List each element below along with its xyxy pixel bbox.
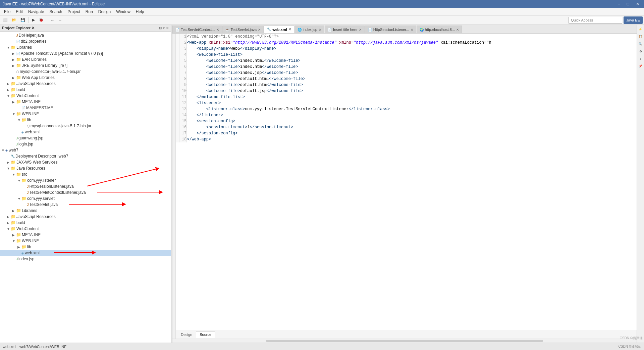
bottom-tab-design[interactable]: Design	[177, 331, 196, 338]
right-btn-1[interactable]: ⚡	[638, 26, 644, 32]
editor-tab-inserttitle[interactable]: 📄Insert title here✕	[325, 26, 365, 33]
tree-item-web7lib[interactable]: ▶ 📁 lib	[0, 244, 171, 250]
code-line[interactable]: <welcome-file>index.jsp</welcome-file>	[187, 70, 637, 76]
editor-tab-indexjsp[interactable]: 🌐index.jsp✕	[294, 26, 324, 33]
code-line[interactable]: <welcome-file>default.jsp</welcome-file>	[187, 88, 637, 94]
tree-item-web7build[interactable]: ▶ 📁 build	[0, 220, 171, 226]
tab-close-webxml[interactable]: ✕	[288, 28, 291, 31]
editor-tab-testservletcontext[interactable]: 📄TestServletContext...✕	[172, 26, 222, 33]
tree-item-webxml[interactable]: ◈ web.xml	[0, 129, 171, 135]
close-button[interactable]: ✕	[634, 1, 641, 7]
tree-item-dbhelper[interactable]: J DbHelper.java	[0, 32, 171, 38]
tree-item-webcontent[interactable]: ▼ 📁 WebContent	[0, 93, 171, 99]
tree-item-indexjsp[interactable]: J index.jsp	[0, 256, 171, 262]
code-line[interactable]: <welcome-file>index.htm</welcome-file>	[187, 64, 637, 70]
code-line[interactable]: </session-config>	[187, 130, 637, 136]
code-line[interactable]: </listener>	[187, 112, 637, 118]
toolbar-open[interactable]: 📂	[10, 17, 18, 23]
code-line[interactable]: <welcome-file>default.htm</welcome-file>	[187, 82, 637, 88]
code-line[interactable]: <welcome-file>index.html</welcome-file>	[187, 58, 637, 64]
tree-item-web7jsres[interactable]: ▶ 📁 JavaScript Resources	[0, 214, 171, 220]
code-line[interactable]: <session-config>	[187, 118, 637, 124]
tree-item-jsresources[interactable]: ▶ 📁 JavaScript Resources	[0, 81, 171, 87]
tree-item-web7[interactable]: ▼ ◈ web7	[0, 147, 171, 153]
code-line[interactable]: <listener-class>com.yyy.listener.TestSer…	[187, 106, 637, 112]
tab-close-localhost[interactable]: ✕	[456, 28, 459, 32]
code-line[interactable]: </welcome-file-list>	[187, 94, 637, 100]
menu-item-navigate[interactable]: Navigate	[25, 9, 47, 15]
quick-access-input[interactable]	[569, 17, 622, 24]
bottom-tab-source[interactable]: Source	[196, 331, 215, 338]
right-btn-6[interactable]: 📌	[638, 63, 644, 69]
menu-item-help[interactable]: Help	[133, 9, 147, 15]
right-btn-2[interactable]: 📋	[638, 34, 644, 40]
toolbar-debug[interactable]: 🐞	[37, 17, 45, 23]
tree-item-web7libs[interactable]: ▶ 📁 Libraries	[0, 208, 171, 214]
menu-item-file[interactable]: File	[1, 9, 13, 15]
tree-item-db2props[interactable]: 📄 db2.properties	[0, 38, 171, 44]
tree-item-guanwang[interactable]: J guanwang.jsp	[0, 135, 171, 141]
explorer-menu-btn[interactable]: ▾	[163, 26, 165, 30]
menu-item-search[interactable]: Search	[47, 9, 65, 15]
right-btn-3[interactable]: 🔍	[638, 41, 644, 47]
editor-tab-testservlet[interactable]: ☕TestServlet.java✕	[222, 26, 264, 33]
tab-close-testservletcontext[interactable]: ✕	[216, 28, 219, 32]
tab-close-indexjsp[interactable]: ✕	[319, 28, 321, 32]
tree-item-deployment[interactable]: 🔧 Deployment Descriptor: web7	[0, 153, 171, 159]
menu-item-edit[interactable]: Edit	[13, 9, 25, 15]
tree-item-comyyyservlet[interactable]: ▼ 📁 com.yyy.servlet	[0, 195, 171, 202]
tree-item-jaxws[interactable]: ▶ 📁 JAX-WS Web Services	[0, 159, 171, 165]
code-line[interactable]: <display-name>web5</display-name>	[187, 46, 637, 52]
code-line[interactable]: <listener>	[187, 100, 637, 106]
tree-item-jre[interactable]: ▶ 📁 JRE System Library [jre7]	[0, 62, 171, 69]
java-ee-button[interactable]: Java EE	[624, 16, 643, 24]
tree-item-webinf[interactable]: ▼ 📁 WEB-INF	[0, 111, 171, 117]
tree-item-login[interactable]: J login.jsp	[0, 141, 171, 147]
maximize-button[interactable]: □	[625, 1, 631, 7]
tree-item-mysql[interactable]: ⬡ mysql-connector-java-5.1.7-bin.jar	[0, 69, 171, 75]
tree-item-earlibs[interactable]: ▶ 📁 EAR Libraries	[0, 56, 171, 62]
tree-item-comyyylistener[interactable]: ▼ 📁 com.yyy.listener	[0, 177, 171, 183]
menu-item-project[interactable]: Project	[65, 9, 83, 15]
editor-tab-webxml[interactable]: 🔧web.xml✕	[264, 26, 294, 33]
tab-close-testservlet[interactable]: ✕	[258, 28, 261, 32]
explorer-collapse-btn[interactable]: ⊟	[159, 26, 162, 30]
code-line[interactable]: <welcome-file>default.html</welcome-file…	[187, 76, 637, 82]
toolbar-new[interactable]: ⬜	[1, 17, 9, 23]
menu-item-window[interactable]: Window	[113, 9, 133, 15]
editor-tab-httpsession[interactable]: 📄HttpSessionListener...✕	[365, 26, 416, 33]
right-btn-5[interactable]: ↕	[638, 56, 644, 62]
menu-item-design[interactable]: Design	[96, 9, 113, 15]
tree-item-web7webxml[interactable]: ◈ web.xml	[0, 250, 171, 256]
right-btn-4[interactable]: ⚙	[638, 48, 644, 54]
menu-item-run[interactable]: Run	[83, 9, 96, 15]
tree-item-metainf[interactable]: ▶ 📁 META-INF	[0, 99, 171, 105]
tree-item-lib[interactable]: ▼ 📁 lib	[0, 117, 171, 123]
code-line[interactable]: <?xml version="1.0" encoding="UTF-8"?>	[187, 34, 637, 40]
code-content[interactable]: 1 <?xml version="1.0" encoding="UTF-8"?>…	[176, 34, 637, 330]
tree-item-mysqljar[interactable]: ⬡ mysql-connector-java-5.1.7-bin.jar	[0, 123, 171, 129]
explorer-close-btn[interactable]: ✕	[166, 26, 169, 30]
tree-item-testservlet[interactable]: J TestServlet.java	[0, 202, 171, 208]
tree-item-webapplibs[interactable]: ▶ 📁 Web App Libraries	[0, 75, 171, 81]
tree-item-src[interactable]: ▼ 📁 src	[0, 171, 171, 177]
tree-item-javares[interactable]: ▼ 📁 Java Resources	[0, 165, 171, 171]
minimize-button[interactable]: −	[616, 1, 622, 7]
toolbar-forward[interactable]: →	[57, 17, 64, 23]
tab-close-httpsession[interactable]: ✕	[411, 28, 413, 32]
tree-item-web7metainf[interactable]: ▶ 📁 META-INF	[0, 232, 171, 238]
code-line[interactable]: <session-timeout>1</session-timeout>	[187, 124, 637, 130]
tree-item-web7webcontent[interactable]: ▼ 📁 WebContent	[0, 226, 171, 232]
toolbar-run[interactable]: ▶	[31, 17, 37, 23]
editor-tab-localhost[interactable]: 🌍http://localhost:8...✕	[417, 26, 462, 33]
toolbar-save[interactable]: 💾	[19, 17, 27, 23]
tree-item-web7webinf[interactable]: ▼ 📁 WEB-INF	[0, 238, 171, 244]
toolbar-back[interactable]: ←	[49, 17, 56, 23]
tree-item-httpsessionlistener[interactable]: J HttpSessionListener.java	[0, 183, 171, 189]
tree-item-manifest[interactable]: 📄 MANIFEST.MF	[0, 105, 171, 111]
tree-item-build[interactable]: ▶ 📁 build	[0, 87, 171, 93]
tab-close-inserttitle[interactable]: ✕	[359, 28, 362, 32]
code-line[interactable]: </web-app>	[187, 136, 637, 142]
tree-item-tomcat[interactable]: ▶ 📄 Apache Tomcat v7.0 [Apache Tomcat v7…	[0, 50, 171, 56]
tree-item-libraries[interactable]: ▼ 📁 Libraries	[0, 44, 171, 50]
